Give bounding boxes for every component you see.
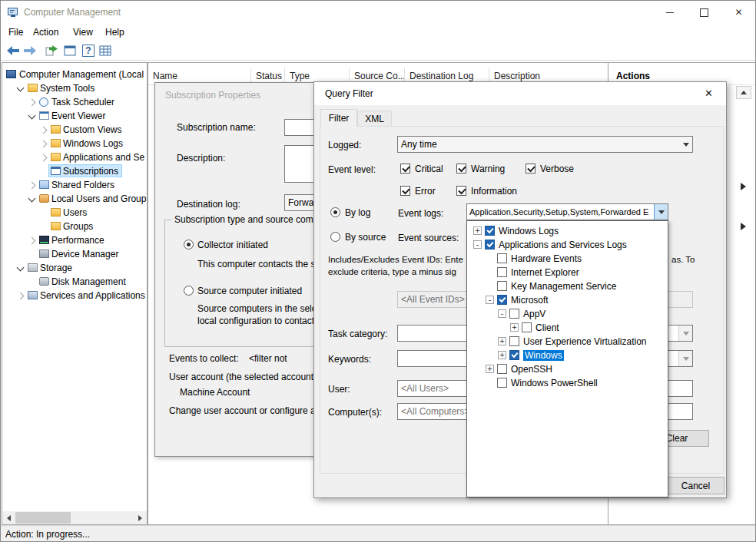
scroll-left-icon[interactable]: [2, 511, 15, 524]
logged-combobox[interactable]: Any time: [397, 136, 693, 153]
by-source-label[interactable]: By source: [345, 232, 386, 243]
chevron-collapsed-icon[interactable]: [40, 154, 48, 162]
log-tree-item-client[interactable]: + Client: [467, 321, 668, 335]
tree-item-system-tools[interactable]: System Tools: [3, 81, 146, 95]
log-tree-label[interactable]: Microsoft: [511, 295, 549, 306]
dropdown-arrow-icon[interactable]: [679, 137, 692, 152]
checkbox-unchecked-icon[interactable]: [497, 364, 507, 374]
chevron-collapsed-icon[interactable]: [40, 140, 48, 148]
log-tree-label[interactable]: Applications and Services Logs: [499, 240, 627, 250]
checkbox-checked-icon[interactable]: [497, 295, 507, 305]
tree-item-local-users-groups[interactable]: Local Users and Groups: [3, 192, 146, 206]
checkbox-unchecked-icon[interactable]: [497, 253, 507, 263]
scroll-right-icon[interactable]: [134, 511, 147, 524]
log-tree-label[interactable]: OpenSSH: [511, 364, 552, 375]
flyout-arrow-icon[interactable]: [741, 183, 746, 190]
menu-view[interactable]: View: [73, 27, 93, 38]
expander-icon[interactable]: -: [498, 309, 506, 318]
log-tree-item-microsoft[interactable]: - Microsoft: [467, 293, 668, 307]
log-tree-label[interactable]: Internet Explorer: [511, 267, 579, 278]
tree-item-custom-views[interactable]: Custom Views: [3, 123, 146, 137]
tree-item-services-applications[interactable]: Services and Applications: [3, 289, 146, 302]
collector-initiated-radio[interactable]: [184, 240, 194, 250]
critical-checkbox[interactable]: [400, 164, 410, 174]
log-tree-item-openssh[interactable]: + OpenSSH: [467, 362, 668, 376]
source-initiated-label[interactable]: Source computer initiated: [197, 286, 302, 296]
error-checkbox[interactable]: [400, 186, 410, 196]
tree-item-storage[interactable]: Storage: [3, 261, 146, 275]
checkbox-checked-icon[interactable]: [485, 240, 495, 250]
chevron-collapsed-icon[interactable]: [28, 237, 36, 245]
menu-help[interactable]: Help: [105, 27, 124, 38]
event-logs-combobox[interactable]: Application,Security,Setup,System,Forwar…: [466, 203, 668, 220]
log-tree-item-key-management-service[interactable]: Key Management Service: [467, 279, 668, 293]
tree-item-windows-logs[interactable]: Windows Logs: [3, 137, 146, 150]
log-tree-item-hardware-events[interactable]: Hardware Events: [467, 252, 668, 266]
chevron-expanded-icon[interactable]: [28, 195, 36, 203]
log-tree-item-applications-services-logs[interactable]: - Applications and Services Logs: [467, 238, 668, 252]
chevron-expanded-icon[interactable]: [17, 84, 25, 92]
critical-label[interactable]: Critical: [415, 164, 443, 174]
tree-item-applications-and-services[interactable]: Applications and Se: [3, 150, 146, 164]
cancel-button[interactable]: Cancel: [667, 477, 724, 494]
expander-icon[interactable]: +: [510, 323, 519, 332]
log-tree-label[interactable]: Client: [536, 322, 559, 333]
tree-item-subscriptions[interactable]: Subscriptions: [3, 164, 146, 178]
log-tree-item-windows-powershell[interactable]: Windows PowerShell: [467, 376, 668, 390]
dropdown-arrow-icon[interactable]: [678, 351, 692, 366]
tree-item-shared-folders[interactable]: Shared Folders: [3, 178, 146, 192]
help-icon[interactable]: ?: [82, 45, 94, 57]
log-tree-item-user-experience-virtualization[interactable]: + User Experience Virtualization: [467, 335, 668, 349]
tree-horizontal-scrollbar[interactable]: [2, 511, 147, 524]
log-tree-item-internet-explorer[interactable]: Internet Explorer: [467, 266, 668, 279]
checkbox-unchecked-icon[interactable]: [497, 281, 507, 291]
scrollbar-thumb[interactable]: [15, 512, 71, 524]
checkbox-unchecked-icon[interactable]: [497, 267, 507, 277]
tree-item-event-viewer[interactable]: Event Viewer: [3, 109, 146, 123]
information-checkbox[interactable]: [456, 186, 466, 196]
menu-action[interactable]: Action: [33, 27, 58, 38]
checkbox-unchecked-icon[interactable]: [509, 336, 519, 346]
dropdown-arrow-icon[interactable]: [678, 326, 692, 341]
back-icon[interactable]: [7, 46, 19, 58]
by-source-radio[interactable]: [330, 232, 340, 242]
flyout-arrow-icon[interactable]: [741, 223, 746, 230]
chevron-collapsed-icon[interactable]: [17, 292, 25, 300]
warning-checkbox[interactable]: [456, 164, 466, 174]
checkbox-unchecked-icon[interactable]: [509, 309, 519, 319]
collector-initiated-label[interactable]: Collector initiated: [197, 240, 268, 250]
chevron-collapsed-icon[interactable]: [28, 99, 36, 107]
error-label[interactable]: Error: [415, 186, 436, 197]
log-tree-label[interactable]: User Experience Virtualization: [523, 336, 647, 347]
log-tree-label[interactable]: Windows Logs: [499, 226, 559, 236]
tree-item-task-scheduler[interactable]: Task Scheduler: [3, 95, 146, 109]
properties-table-icon[interactable]: [99, 45, 111, 58]
log-tree-label[interactable]: Windows PowerShell: [511, 378, 598, 388]
log-tree-item-windows[interactable]: + Windows: [467, 349, 668, 362]
chevron-collapsed-icon[interactable]: [40, 127, 48, 134]
tree-item-device-manager[interactable]: Device Manager: [3, 247, 146, 261]
expander-icon[interactable]: -: [473, 240, 482, 249]
log-tree-label[interactable]: AppV: [523, 309, 545, 319]
source-initiated-radio[interactable]: [184, 286, 194, 296]
tree-item-users[interactable]: Users: [3, 206, 146, 220]
chevron-expanded-icon[interactable]: [17, 264, 25, 272]
menu-file[interactable]: File: [8, 27, 23, 38]
tree-item-computer-management[interactable]: Computer Management (Local: [3, 68, 146, 81]
verbose-checkbox[interactable]: [526, 164, 536, 174]
tree-item-groups[interactable]: Groups: [3, 220, 146, 233]
checkbox-unchecked-icon[interactable]: [497, 378, 507, 388]
console-window-icon[interactable]: [64, 45, 76, 58]
expander-icon[interactable]: -: [486, 296, 494, 304]
export-list-icon[interactable]: [45, 45, 58, 58]
chevron-collapsed-icon[interactable]: [28, 182, 36, 190]
collapse-group-button[interactable]: [736, 86, 751, 99]
warning-label[interactable]: Warning: [471, 164, 505, 174]
log-tree-item-windows-logs[interactable]: + Windows Logs: [467, 224, 668, 238]
expander-icon[interactable]: +: [473, 226, 482, 235]
expander-icon[interactable]: +: [486, 365, 494, 373]
close-button[interactable]: [691, 82, 726, 104]
tree-item-disk-management[interactable]: Disk Management: [3, 275, 146, 289]
chevron-expanded-icon[interactable]: [28, 112, 36, 120]
log-tree-label[interactable]: Hardware Events: [511, 253, 582, 264]
